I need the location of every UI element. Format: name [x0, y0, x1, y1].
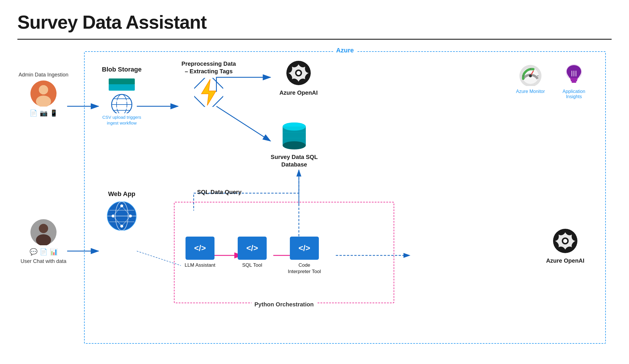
sql-tool-label: SQL Tool	[235, 262, 270, 268]
sql-data-query-label: SQL Data Query	[197, 189, 241, 195]
app-insights-icon	[561, 63, 587, 86]
llm-code-icon: </>	[194, 244, 206, 253]
app-insights-label: Application Insights	[557, 89, 591, 99]
app-insights-item: Application Insights	[557, 63, 591, 99]
svg-point-40	[529, 74, 532, 77]
svg-point-30	[297, 71, 301, 75]
preprocessing-label: Preprocessing Data – Extracting Tags	[180, 60, 238, 75]
azure-openai-top-label: Azure OpenAI	[272, 89, 325, 96]
sql-tool-item: </> SQL Tool	[235, 237, 270, 268]
svg-point-22	[117, 100, 118, 102]
preprocessing-lightning-icon	[194, 78, 223, 107]
sql-database-label: Survey Data SQL Database	[267, 153, 322, 168]
user-label: User Chat with data	[17, 258, 70, 265]
llm-assistant-box: </>	[186, 237, 214, 260]
code-interpreter-icon: </>	[299, 244, 310, 253]
sql-database-icon	[281, 121, 307, 150]
diagram-area: Azure	[17, 48, 612, 352]
admin-device-icons: 📄 📷 📱	[17, 109, 70, 117]
sql-code-icon: </>	[246, 244, 258, 253]
azure-monitor-item: Azure Monitor	[513, 63, 548, 94]
svg-rect-46	[571, 80, 577, 81]
svg-point-25	[125, 107, 127, 109]
svg-point-33	[283, 141, 306, 149]
csv-trigger-label: CSV upload triggers ingest workflow	[99, 114, 145, 126]
svg-rect-47	[572, 81, 576, 83]
azure-label: Azure	[333, 47, 357, 54]
openai-top-icon	[286, 60, 312, 86]
code-interpreter-item: </> Code Interpreter Tool	[287, 237, 322, 275]
azure-openai-top-section: Azure OpenAI	[272, 60, 325, 96]
llm-assistant-label: LLM Assistant	[183, 262, 217, 268]
svg-point-70	[563, 239, 567, 243]
blob-storage-section: Blob Storage CSV upload triggers ingest …	[99, 66, 145, 127]
webapp-label: Web App	[99, 190, 145, 198]
svg-point-23	[125, 100, 127, 102]
python-orchestration-label: Python Orchestration	[252, 301, 317, 308]
azure-openai-right-section: Azure OpenAI	[542, 228, 588, 264]
sql-tool-box: </>	[238, 237, 267, 260]
azure-openai-right-label: Azure OpenAI	[542, 257, 588, 264]
chart-icon: 📊	[50, 248, 58, 256]
sql-database-section: Survey Data SQL Database	[267, 121, 322, 168]
svg-rect-45	[570, 78, 578, 80]
llm-assistant-item: </> LLM Assistant	[183, 237, 217, 268]
user-device-icons: 💬 📄 📊	[17, 248, 70, 256]
svg-point-24	[117, 107, 118, 109]
azure-monitor-label: Azure Monitor	[513, 89, 548, 94]
webapp-globe-icon	[106, 200, 138, 232]
tools-row: </> LLM Assistant </> SQL Tool </> Code …	[183, 237, 322, 275]
admin-section: Admin Data Ingestion 📄 📷 📱	[17, 72, 70, 117]
chat-icon: 💬	[30, 248, 37, 256]
svg-point-66	[39, 224, 48, 233]
code-interpreter-label: Code Interpreter Tool	[287, 262, 322, 275]
openai-right-icon	[552, 228, 578, 254]
svg-marker-26	[201, 79, 216, 105]
blob-storage-icon	[103, 76, 141, 113]
svg-rect-16	[109, 84, 135, 91]
camera-icon: 📷	[40, 109, 48, 117]
preprocessing-section: Preprocessing Data – Extracting Tags	[180, 60, 238, 108]
webapp-section: Web App	[99, 190, 145, 233]
user-avatar-icon	[30, 219, 57, 245]
svg-point-34	[283, 122, 306, 131]
admin-avatar-icon	[30, 81, 57, 107]
azure-monitor-icon	[517, 63, 543, 86]
page-title: Survey Data Assistant	[17, 12, 612, 33]
code-interpreter-box: </>	[290, 237, 319, 260]
svg-point-14	[39, 85, 48, 94]
doc-icon: 📄	[40, 248, 48, 256]
phone-icon: 📱	[50, 109, 58, 117]
svg-rect-15	[109, 78, 135, 85]
document-icon: 📄	[30, 109, 37, 117]
monitoring-section: Azure Monitor Application Insights	[513, 63, 594, 99]
title-divider	[17, 39, 612, 40]
admin-label: Admin Data Ingestion	[17, 72, 70, 78]
blob-storage-label: Blob Storage	[99, 66, 145, 73]
user-section: 💬 📄 📊 User Chat with data	[17, 219, 70, 265]
